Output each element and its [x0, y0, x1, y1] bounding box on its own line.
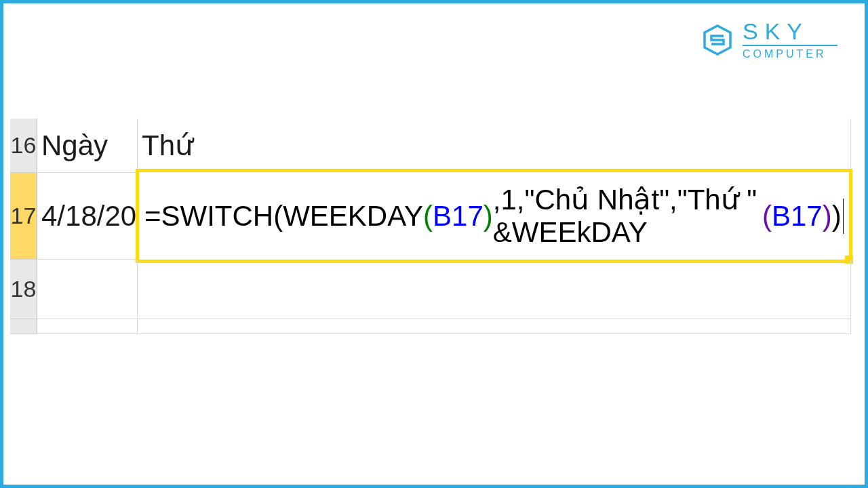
row-header-16[interactable]: 16 [10, 119, 37, 173]
cell-partial-a[interactable] [37, 319, 138, 334]
row-header-partial[interactable] [10, 319, 37, 334]
cell-a16[interactable]: Ngày [37, 119, 138, 173]
row-18: 18 [10, 260, 851, 319]
row-17: 17 4/18/2021 =SWITCH(WEEKDAY(B17),1,"Chủ… [10, 173, 851, 260]
formula-token: =SWITCH [144, 200, 273, 232]
formula-token: ) [484, 200, 493, 232]
cell-b16[interactable]: Thứ [138, 119, 851, 173]
row-partial [10, 319, 851, 334]
cell-b18[interactable] [138, 260, 851, 319]
formula-edit-box[interactable]: =SWITCH(WEEKDAY(B17),1,"Chủ Nhật","Thứ "… [136, 169, 852, 263]
row-header-18[interactable]: 18 [10, 260, 37, 319]
formula-token: ( [273, 200, 283, 232]
formula-token: ( [762, 200, 772, 232]
logo-divider [743, 45, 837, 46]
sky-logo-icon [701, 23, 734, 57]
logo-secondary-text: COMPUTER [743, 48, 837, 60]
formula-token: ,1,"Chủ Nhật","Thứ " &WEEkDAY [493, 183, 762, 249]
cell-partial-b[interactable] [138, 319, 851, 334]
logo-text: SKY COMPUTER [743, 20, 837, 60]
cell-a18[interactable] [37, 260, 138, 319]
text-cursor [843, 199, 844, 234]
formula-cell-ref: B17 [772, 200, 823, 232]
brand-logo: SKY COMPUTER [701, 20, 837, 60]
formula-token: ( [423, 200, 433, 232]
formula-token: WEEKDAY [283, 200, 423, 232]
row-header-17[interactable]: 17 [10, 173, 37, 260]
cell-a17[interactable]: 4/18/2021 [37, 173, 138, 260]
app-frame: SKY COMPUTER 16 Ngày Thứ 17 4/18/2021 =S… [0, 0, 868, 488]
row-16: 16 Ngày Thứ [10, 119, 851, 173]
formula-token: ) [832, 200, 842, 232]
spreadsheet-grid[interactable]: 16 Ngày Thứ 17 4/18/2021 =SWITCH(WEEKDAY… [10, 119, 851, 334]
logo-primary-text: SKY [743, 20, 837, 43]
formula-token: ) [823, 200, 832, 232]
formula-cell-ref: B17 [433, 200, 484, 232]
cell-b17-formula[interactable]: =SWITCH(WEEKDAY(B17),1,"Chủ Nhật","Thứ "… [138, 173, 851, 260]
